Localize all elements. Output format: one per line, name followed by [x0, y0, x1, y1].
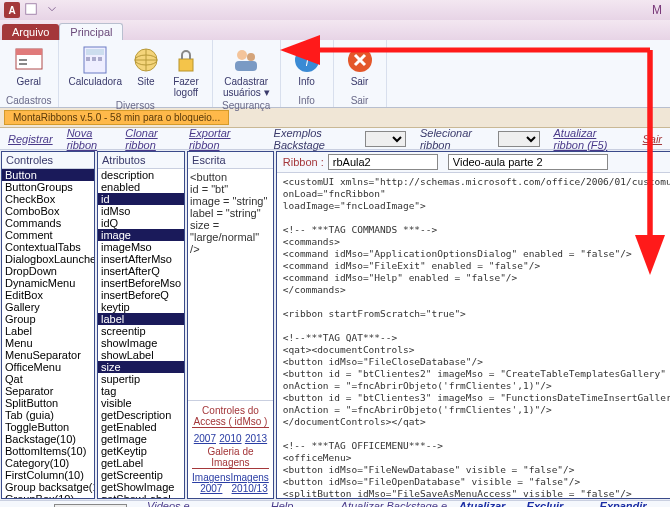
- red-arrow-annotation: [0, 0, 670, 507]
